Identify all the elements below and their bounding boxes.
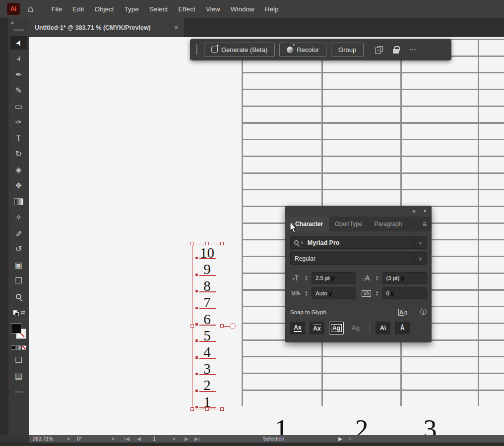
menu-file[interactable]: File [51, 5, 62, 13]
curvature-tool[interactable]: ✎ [10, 84, 27, 97]
scale-tool[interactable]: ❖ [10, 179, 27, 192]
font-size-field[interactable]: 2.5 pt ∨ [312, 272, 356, 284]
tracking-field[interactable]: 0 ∨ [382, 287, 427, 299]
more-options-icon[interactable]: ⋯ [409, 45, 417, 54]
zoom-level-field[interactable]: 383.71% [33, 436, 53, 442]
selection-handle[interactable] [190, 324, 194, 328]
type-tool[interactable]: T [10, 131, 27, 145]
selection-handle[interactable] [220, 242, 224, 245]
rotation-dropdown-icon[interactable]: ∨ [112, 437, 115, 441]
selection-handle[interactable] [220, 407, 224, 411]
pen-tool[interactable]: ✒ [10, 68, 27, 81]
tracking-dropdown-icon[interactable]: ∨ [389, 289, 399, 298]
menu-effect[interactable]: Effect [178, 5, 195, 13]
recolor-button[interactable]: Recolor [279, 43, 326, 57]
selection-tool[interactable]: ➤ [10, 36, 27, 50]
font-family-field[interactable]: ∨ Myriad Pro ∨ [290, 236, 427, 249]
gradient-tool[interactable] [10, 195, 27, 208]
panel-titlebar[interactable]: « × [285, 206, 432, 217]
menu-view[interactable]: View [206, 5, 220, 13]
tab-opentype[interactable]: OpenType [329, 217, 368, 231]
snap-x-height-button[interactable]: Ax [310, 322, 324, 334]
artboard-number[interactable]: 1 [153, 436, 156, 442]
leading-stepper[interactable]: ▲▼ [374, 272, 380, 284]
artboard-tool[interactable]: ❐ [10, 274, 27, 287]
lock-icon[interactable] [393, 49, 399, 54]
font-size-dropdown-icon[interactable]: ∨ [330, 274, 339, 283]
menu-select[interactable]: Select [149, 5, 168, 13]
font-size-stepper[interactable]: ▲▼ [303, 272, 310, 284]
eyedropper-tool[interactable]: ✐ [10, 226, 27, 240]
snap-baseline-button[interactable]: Ax [290, 322, 305, 334]
zoom-dropdown-icon[interactable]: ∨ [67, 437, 70, 441]
tab-close-icon[interactable]: × [174, 24, 178, 31]
selection-handle[interactable] [190, 407, 194, 411]
panel-collapse-icon[interactable]: « [412, 208, 416, 215]
first-artboard-icon[interactable]: |◀ [124, 436, 129, 442]
status-collapse-icon[interactable]: < [349, 436, 352, 442]
artboard-dropdown-icon[interactable]: ∨ [173, 437, 176, 441]
more-tools[interactable]: ⋯ [10, 385, 27, 398]
kerning-stepper[interactable]: ▲▼ [303, 287, 310, 299]
kerning-field[interactable]: Auto ∨ [312, 287, 356, 299]
last-artboard-icon[interactable]: ▶| [194, 436, 200, 442]
rotate-tool[interactable]: ↻ [10, 147, 27, 161]
rotation-field[interactable]: 0° [77, 436, 82, 442]
character-panel: « × ↕ Character OpenType Paragraph ≡ ∨ M… [285, 206, 432, 342]
panel-menu-icon[interactable]: ≡ [418, 217, 432, 231]
color-mode-buttons[interactable] [10, 344, 27, 351]
zoom-tool[interactable] [10, 290, 27, 303]
document-tab[interactable]: Untitled-1* @ 383.71 % (CMYK/Preview) × [29, 18, 184, 37]
magnifier-icon [16, 294, 21, 299]
font-family-dropdown-icon[interactable]: ∨ [414, 237, 426, 248]
snap-anchor-point-button[interactable]: Å [395, 322, 410, 334]
menu-help[interactable]: Help [265, 5, 279, 13]
selection-bounding-box[interactable] [192, 244, 222, 409]
menu-edit[interactable]: Edit [72, 5, 84, 13]
swap-fill-stroke[interactable]: ⇄ [10, 306, 27, 319]
tab-paragraph[interactable]: Paragraph [368, 217, 408, 231]
generate-button[interactable]: Generate (Beta) [204, 43, 275, 57]
duplicate-icon[interactable] [375, 46, 383, 54]
artboard-canvas[interactable]: 10987654321 123 [29, 37, 504, 435]
menu-type[interactable]: Type [125, 5, 139, 13]
snap-angular-guides-button[interactable]: A\ [376, 322, 390, 334]
panel-close-icon[interactable]: × [423, 208, 427, 215]
leading-field[interactable]: (3 pt) ∨ [382, 272, 427, 284]
selection-rotate-handle[interactable] [230, 323, 236, 329]
document-title: Untitled-1* @ 383.71 % (CMYK/Preview) [35, 24, 151, 31]
taskbar-drag-handle[interactable] [196, 44, 197, 55]
generate-icon [211, 47, 218, 53]
next-artboard-icon[interactable]: ▶ [185, 436, 189, 442]
shaper-tool[interactable]: ✧ [10, 211, 27, 224]
snap-glyph-bounds-button[interactable]: Ag [329, 322, 344, 334]
status-expand-icon[interactable]: ▶ [338, 436, 342, 442]
menu-object[interactable]: Object [95, 5, 114, 13]
selection-handle[interactable] [205, 242, 209, 245]
snap-proportional-button[interactable]: Ag [348, 322, 363, 334]
font-style-dropdown-icon[interactable]: ∨ [414, 253, 426, 264]
toolbar-expand-icon[interactable]: » [8, 18, 29, 25]
screen-mode[interactable]: ▤ [10, 369, 27, 383]
home-icon[interactable]: ⌂ [28, 3, 33, 14]
previous-artboard-icon[interactable]: ◀ [137, 436, 141, 442]
tracking-stepper[interactable]: ▲▼ [374, 287, 380, 299]
draw-normal-mode[interactable]: ❏ [10, 353, 27, 367]
font-style-field[interactable]: Regular ∨ [290, 252, 427, 265]
paintbrush-tool[interactable]: ✑ [10, 115, 27, 129]
symbols-tool[interactable]: ▣ [10, 258, 27, 272]
selection-handle[interactable] [220, 324, 224, 328]
selection-handle[interactable] [205, 407, 209, 411]
leading-dropdown-icon[interactable]: ∨ [399, 274, 409, 283]
info-icon[interactable]: ⓘ [420, 308, 427, 317]
direct-selection-tool[interactable]: ➢ [10, 52, 27, 65]
group-button[interactable]: Group [331, 43, 364, 57]
eraser-tool[interactable]: ◈ [10, 163, 27, 176]
selection-handle[interactable] [190, 242, 194, 245]
toolbar-grip[interactable] [13, 29, 24, 31]
menu-window[interactable]: Window [231, 5, 254, 13]
fill-stroke-indicator[interactable] [10, 322, 27, 341]
rectangle-tool[interactable]: ▭ [10, 100, 27, 113]
rotate-view-tool[interactable]: ↺ [10, 242, 27, 256]
kerning-dropdown-icon[interactable]: ∨ [327, 289, 337, 298]
